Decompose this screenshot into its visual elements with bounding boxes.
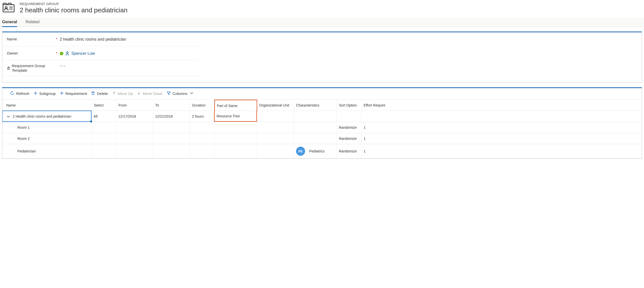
svg-rect-5 [8, 68, 10, 69]
grid-toolbar: Refresh Subgroup Requirement Delete Move… [2, 88, 642, 99]
filter-icon [167, 91, 171, 96]
svg-rect-10 [92, 92, 94, 95]
add-requirement-button[interactable]: Requirement [60, 91, 87, 96]
col-name[interactable]: Name [2, 100, 92, 111]
required-indicator: * [56, 37, 60, 42]
field-template-label: Requirement Group Template [12, 64, 52, 73]
group-name: 2 Health clinic rooms and pediatrician [13, 114, 71, 118]
trash-icon [91, 91, 95, 96]
requirement-row[interactable]: Room 2 Randomize 1 [2, 133, 642, 144]
group-select[interactable]: All [92, 111, 116, 122]
grid-header-row: Name Select From To Duration Part of Sam… [2, 100, 642, 111]
tab-general[interactable]: General [2, 18, 17, 27]
group-sort[interactable] [337, 111, 361, 122]
lock-icon [7, 66, 10, 70]
owner-link[interactable]: Spencer Low [71, 51, 95, 56]
refresh-button[interactable]: Refresh [10, 91, 30, 96]
col-sort-option[interactable]: Sort Option [337, 100, 362, 111]
characteristic-avatar: PE [296, 147, 305, 156]
group-to[interactable]: 12/21/2018 [153, 111, 190, 122]
tabs-bar: General Related [0, 18, 644, 27]
presence-available-icon [60, 52, 63, 55]
form-section: Name * 2 health clinic rooms and pediatr… [2, 32, 642, 83]
requirement-row[interactable]: Pediatrician PE Pediatrics Randomize 1 [2, 144, 642, 159]
col-org-unit[interactable]: Organizational Unit [257, 100, 294, 111]
col-part-of-same[interactable]: Part of Same [214, 100, 257, 111]
row-name[interactable]: Room 2 [2, 133, 92, 144]
tab-related[interactable]: Related [26, 18, 40, 27]
col-to[interactable]: To [153, 100, 190, 111]
field-name: Name * 2 health clinic rooms and pediatr… [2, 32, 199, 46]
arrow-up-icon [112, 91, 116, 96]
col-from[interactable]: From [116, 100, 153, 111]
svg-rect-0 [3, 5, 14, 12]
field-owner-label: Owner [7, 51, 18, 56]
move-up-button: Move Up [112, 91, 133, 96]
field-template-value: --- [60, 64, 66, 68]
row-effort[interactable]: 1 [362, 122, 642, 133]
columns-button[interactable]: Columns [167, 91, 194, 96]
group-char[interactable] [294, 111, 337, 122]
refresh-icon [10, 91, 14, 96]
entity-card-icon [3, 2, 15, 14]
row-characteristics[interactable]: PE Pediatrics [294, 144, 337, 158]
group-name-cell[interactable]: 2 Health clinic rooms and pediatrician [2, 111, 92, 122]
field-name-label: Name [7, 37, 17, 42]
row-sort[interactable]: Randomize [337, 144, 362, 158]
group-row[interactable]: 2 Health clinic rooms and pediatrician A… [2, 111, 642, 122]
requirements-grid: Name Select From To Duration Part of Sam… [2, 99, 642, 159]
plus-icon [60, 91, 64, 96]
row-name[interactable]: Room 1 [2, 122, 92, 133]
grid-section: Refresh Subgroup Requirement Delete Move… [2, 87, 642, 159]
move-down-button: Move Down [137, 91, 163, 96]
group-org[interactable] [257, 111, 294, 122]
person-icon [65, 51, 69, 56]
delete-button[interactable]: Delete [91, 91, 108, 96]
chevron-down-icon[interactable] [7, 115, 10, 118]
requirement-row[interactable]: Room 1 Randomize 1 [2, 122, 642, 133]
field-name-value[interactable]: 2 health clinic rooms and pediatrician [60, 37, 126, 42]
col-select[interactable]: Select [92, 100, 116, 111]
col-effort-required[interactable]: Effort Require [362, 100, 642, 111]
chevron-down-icon [190, 91, 194, 96]
group-from[interactable]: 12/17/2018 [116, 111, 153, 122]
group-part-of-same[interactable]: Resource Tree [214, 111, 257, 122]
page-header: REQUIREMENT GROUP 2 health clinic rooms … [0, 0, 644, 18]
page-title: 2 health clinic rooms and pediatrician [20, 6, 128, 14]
arrow-down-icon [137, 91, 141, 96]
svg-point-1 [5, 7, 7, 9]
svg-point-4 [67, 51, 68, 53]
group-eff[interactable] [361, 111, 642, 122]
add-subgroup-button[interactable]: Subgroup [34, 91, 56, 96]
row-effort[interactable]: 1 [362, 144, 642, 158]
required-indicator: * [56, 51, 60, 56]
field-owner: Owner * Spencer Low [2, 46, 199, 61]
group-duration[interactable]: 2 hours [190, 111, 214, 122]
plus-icon [34, 91, 38, 96]
row-effort[interactable]: 1 [362, 133, 642, 144]
entity-type-label: REQUIREMENT GROUP [20, 2, 128, 6]
col-duration[interactable]: Duration [190, 100, 214, 111]
row-sort[interactable]: Randomize [337, 133, 362, 144]
characteristic-text: Pediatrics [309, 149, 325, 153]
field-template: Requirement Group Template --- [2, 61, 199, 76]
col-characteristics[interactable]: Characteristics [294, 100, 337, 111]
row-sort[interactable]: Randomize [337, 122, 362, 133]
row-name[interactable]: Pediatrician [2, 144, 92, 158]
